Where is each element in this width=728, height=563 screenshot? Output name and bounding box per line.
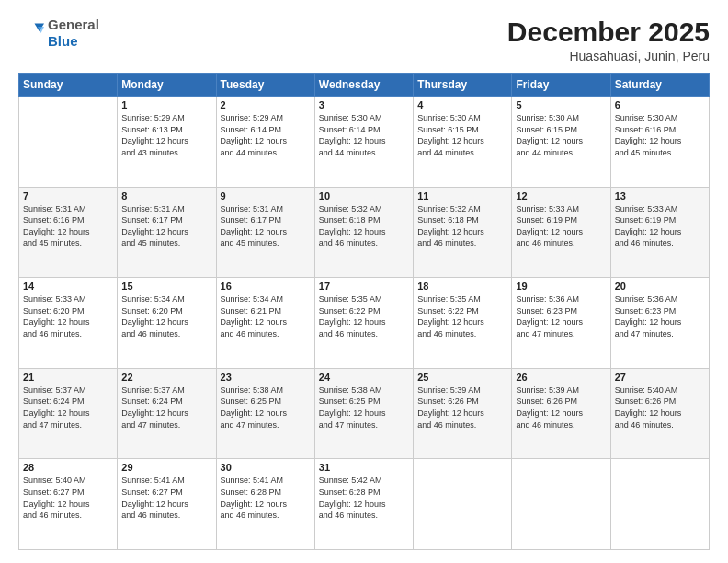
day-info: Sunrise: 5:35 AM Sunset: 6:22 PM Dayligh…: [417, 293, 507, 339]
day-info: Sunrise: 5:30 AM Sunset: 6:15 PM Dayligh…: [417, 112, 507, 158]
day-number: 14: [23, 281, 113, 292]
title-block: December 2025 Huasahuasi, Junin, Peru: [507, 17, 710, 63]
week-row-4: 21Sunrise: 5:37 AM Sunset: 6:24 PM Dayli…: [19, 368, 710, 459]
calendar-cell: 1Sunrise: 5:29 AM Sunset: 6:13 PM Daylig…: [118, 97, 216, 188]
calendar-cell: 17Sunrise: 5:35 AM Sunset: 6:22 PM Dayli…: [314, 278, 413, 369]
day-number: 5: [516, 99, 606, 110]
day-info: Sunrise: 5:41 AM Sunset: 6:28 PM Dayligh…: [221, 475, 311, 521]
calendar-cell: 10Sunrise: 5:32 AM Sunset: 6:18 PM Dayli…: [314, 187, 413, 278]
day-number: 28: [23, 462, 113, 473]
day-number: 29: [121, 462, 211, 473]
day-number: 8: [121, 190, 211, 201]
day-number: 27: [615, 372, 705, 383]
day-info: Sunrise: 5:30 AM Sunset: 6:14 PM Dayligh…: [319, 112, 409, 158]
day-number: 10: [319, 190, 409, 201]
day-number: 26: [516, 372, 606, 383]
calendar-cell: 30Sunrise: 5:41 AM Sunset: 6:28 PM Dayli…: [216, 459, 314, 550]
calendar-cell: 12Sunrise: 5:33 AM Sunset: 6:19 PM Dayli…: [512, 187, 610, 278]
calendar-cell: 25Sunrise: 5:39 AM Sunset: 6:26 PM Dayli…: [414, 368, 512, 459]
logo: General Blue: [18, 17, 99, 50]
calendar-cell: 5Sunrise: 5:30 AM Sunset: 6:15 PM Daylig…: [512, 97, 610, 188]
day-info: Sunrise: 5:33 AM Sunset: 6:19 PM Dayligh…: [615, 203, 705, 249]
day-info: Sunrise: 5:42 AM Sunset: 6:28 PM Dayligh…: [319, 475, 409, 521]
day-number: 4: [417, 99, 507, 110]
day-number: 13: [615, 190, 705, 201]
day-number: 30: [221, 462, 311, 473]
week-row-2: 7Sunrise: 5:31 AM Sunset: 6:16 PM Daylig…: [19, 187, 710, 278]
day-info: Sunrise: 5:32 AM Sunset: 6:18 PM Dayligh…: [319, 203, 409, 249]
day-number: 31: [319, 462, 409, 473]
col-header-tuesday: Tuesday: [216, 74, 314, 97]
day-number: 17: [319, 281, 409, 292]
calendar-cell: 8Sunrise: 5:31 AM Sunset: 6:17 PM Daylig…: [118, 187, 216, 278]
day-info: Sunrise: 5:38 AM Sunset: 6:25 PM Dayligh…: [221, 385, 311, 431]
header-row: SundayMondayTuesdayWednesdayThursdayFrid…: [19, 74, 710, 97]
day-info: Sunrise: 5:30 AM Sunset: 6:16 PM Dayligh…: [615, 112, 705, 158]
calendar-cell: 20Sunrise: 5:36 AM Sunset: 6:23 PM Dayli…: [610, 278, 709, 369]
day-info: Sunrise: 5:36 AM Sunset: 6:23 PM Dayligh…: [615, 293, 705, 339]
calendar-table: SundayMondayTuesdayWednesdayThursdayFrid…: [18, 73, 710, 550]
col-header-saturday: Saturday: [610, 74, 709, 97]
calendar-cell: 29Sunrise: 5:41 AM Sunset: 6:27 PM Dayli…: [118, 459, 216, 550]
week-row-5: 28Sunrise: 5:40 AM Sunset: 6:27 PM Dayli…: [19, 459, 710, 550]
calendar-cell: [610, 459, 709, 550]
day-number: 23: [221, 372, 311, 383]
logo-text: General Blue: [48, 17, 99, 50]
calendar-cell: 28Sunrise: 5:40 AM Sunset: 6:27 PM Dayli…: [19, 459, 118, 550]
calendar-cell: 13Sunrise: 5:33 AM Sunset: 6:19 PM Dayli…: [610, 187, 709, 278]
day-number: 19: [516, 281, 606, 292]
day-info: Sunrise: 5:37 AM Sunset: 6:24 PM Dayligh…: [23, 385, 113, 431]
calendar-cell: 7Sunrise: 5:31 AM Sunset: 6:16 PM Daylig…: [19, 187, 118, 278]
day-info: Sunrise: 5:37 AM Sunset: 6:24 PM Dayligh…: [121, 385, 211, 431]
calendar-cell: 6Sunrise: 5:30 AM Sunset: 6:16 PM Daylig…: [610, 97, 709, 188]
col-header-monday: Monday: [118, 74, 216, 97]
day-info: Sunrise: 5:40 AM Sunset: 6:26 PM Dayligh…: [615, 385, 705, 431]
calendar-cell: [414, 459, 512, 550]
col-header-friday: Friday: [512, 74, 610, 97]
day-info: Sunrise: 5:34 AM Sunset: 6:21 PM Dayligh…: [221, 293, 311, 339]
day-number: 15: [121, 281, 211, 292]
calendar-cell: 19Sunrise: 5:36 AM Sunset: 6:23 PM Dayli…: [512, 278, 610, 369]
day-info: Sunrise: 5:29 AM Sunset: 6:14 PM Dayligh…: [221, 112, 311, 158]
calendar-cell: 18Sunrise: 5:35 AM Sunset: 6:22 PM Dayli…: [414, 278, 512, 369]
header: General Blue December 2025 Huasahuasi, J…: [18, 17, 710, 63]
day-info: Sunrise: 5:36 AM Sunset: 6:23 PM Dayligh…: [516, 293, 606, 339]
calendar-cell: 24Sunrise: 5:38 AM Sunset: 6:25 PM Dayli…: [314, 368, 413, 459]
calendar-cell: 23Sunrise: 5:38 AM Sunset: 6:25 PM Dayli…: [216, 368, 314, 459]
day-number: 18: [417, 281, 507, 292]
calendar-cell: 26Sunrise: 5:39 AM Sunset: 6:26 PM Dayli…: [512, 368, 610, 459]
day-number: 21: [23, 372, 113, 383]
logo-icon: [18, 20, 44, 46]
calendar-cell: 22Sunrise: 5:37 AM Sunset: 6:24 PM Dayli…: [118, 368, 216, 459]
day-number: 6: [615, 99, 705, 110]
col-header-sunday: Sunday: [19, 74, 118, 97]
logo-blue: Blue: [48, 33, 99, 50]
calendar-title: December 2025: [507, 17, 710, 47]
day-number: 16: [221, 281, 311, 292]
day-number: 11: [417, 190, 507, 201]
day-info: Sunrise: 5:33 AM Sunset: 6:20 PM Dayligh…: [23, 293, 113, 339]
day-number: 22: [121, 372, 211, 383]
day-info: Sunrise: 5:38 AM Sunset: 6:25 PM Dayligh…: [319, 385, 409, 431]
day-number: 3: [319, 99, 409, 110]
calendar-cell: 27Sunrise: 5:40 AM Sunset: 6:26 PM Dayli…: [610, 368, 709, 459]
day-info: Sunrise: 5:33 AM Sunset: 6:19 PM Dayligh…: [516, 203, 606, 249]
day-number: 9: [221, 190, 311, 201]
day-info: Sunrise: 5:40 AM Sunset: 6:27 PM Dayligh…: [23, 475, 113, 521]
calendar-cell: [512, 459, 610, 550]
day-number: 20: [615, 281, 705, 292]
calendar-cell: 16Sunrise: 5:34 AM Sunset: 6:21 PM Dayli…: [216, 278, 314, 369]
page: General Blue December 2025 Huasahuasi, J…: [0, 0, 728, 563]
col-header-thursday: Thursday: [414, 74, 512, 97]
week-row-3: 14Sunrise: 5:33 AM Sunset: 6:20 PM Dayli…: [19, 278, 710, 369]
calendar-cell: 15Sunrise: 5:34 AM Sunset: 6:20 PM Dayli…: [118, 278, 216, 369]
calendar-cell: 4Sunrise: 5:30 AM Sunset: 6:15 PM Daylig…: [414, 97, 512, 188]
day-info: Sunrise: 5:31 AM Sunset: 6:16 PM Dayligh…: [23, 203, 113, 249]
day-info: Sunrise: 5:29 AM Sunset: 6:13 PM Dayligh…: [121, 112, 211, 158]
day-number: 7: [23, 190, 113, 201]
col-header-wednesday: Wednesday: [314, 74, 413, 97]
calendar-cell: 31Sunrise: 5:42 AM Sunset: 6:28 PM Dayli…: [314, 459, 413, 550]
day-info: Sunrise: 5:34 AM Sunset: 6:20 PM Dayligh…: [121, 293, 211, 339]
day-info: Sunrise: 5:39 AM Sunset: 6:26 PM Dayligh…: [516, 385, 606, 431]
calendar-cell: 14Sunrise: 5:33 AM Sunset: 6:20 PM Dayli…: [19, 278, 118, 369]
